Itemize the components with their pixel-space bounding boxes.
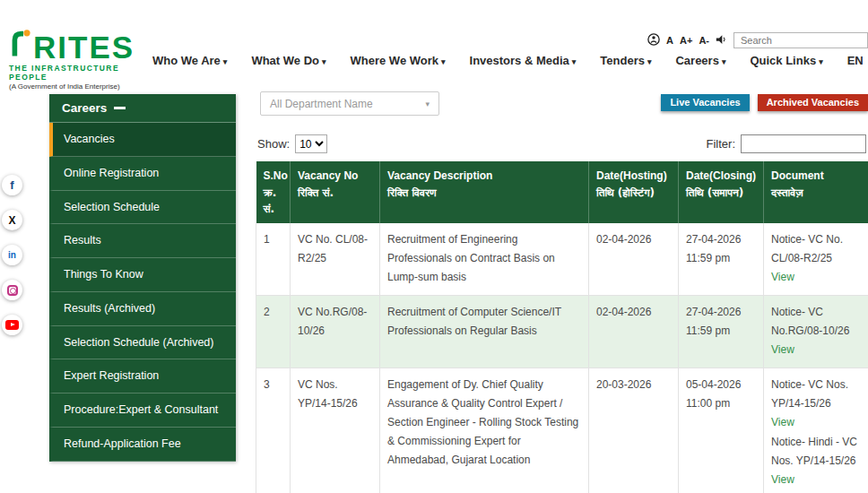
view-link[interactable]: View	[771, 341, 862, 359]
column-header: Vacancy No रिक्ति सं.	[291, 161, 380, 223]
sidebar-item-expert-registration[interactable]: Expert Registration	[49, 359, 236, 394]
youtube-icon[interactable]	[2, 315, 22, 335]
chevron-down-icon: ▾	[441, 57, 446, 66]
cell-document: Notice- VC No. CL/08-R2/25 View	[764, 223, 868, 296]
cell-document: Notice- VC No.RG/08-10/26 View	[764, 296, 868, 368]
document-entry: Notice- VC No.RG/08-10/26 View	[771, 303, 862, 359]
view-link[interactable]: View	[771, 268, 862, 287]
cell-vacancy-no: VC Nos. YP/14-15/26	[291, 368, 380, 493]
nav-item-careers[interactable]: Careers ▾	[675, 54, 725, 67]
sidebar-item-results[interactable]: Results	[49, 224, 236, 258]
chevron-down-icon: ▾	[322, 57, 326, 66]
table-controls: Show: 10 Filter:	[257, 134, 866, 153]
chevron-down-icon: ▾	[425, 99, 430, 108]
table-row: 1 VC No. CL/08-R2/25 Recruitment of Engi…	[256, 223, 868, 296]
sidebar-item-refund-application-fee[interactable]: Refund-Application Fee	[49, 428, 236, 462]
vacancy-toggle-buttons: Live Vacancies Archived Vacancies	[661, 94, 868, 111]
main-nav: Who We Are ▾ What We Do ▾ Where We Work …	[152, 54, 864, 67]
linkedin-icon[interactable]: in	[2, 245, 22, 265]
cell-sno: 2	[256, 296, 291, 368]
nav-item-investors-media[interactable]: Investors & Media ▾	[470, 54, 577, 67]
main-content: All Department Name ▾ Live Vacancies Arc…	[256, 90, 868, 493]
sidebar-item-selection-schedule-archived[interactable]: Selection Schedule (Archived)	[49, 326, 236, 360]
facebook-icon[interactable]: f	[2, 175, 22, 195]
show-entries-group: Show: 10	[257, 134, 327, 153]
notice-text: Notice- Hindi - VC Nos. YP/14-15/26	[771, 433, 862, 471]
top-controls: A A+ A-	[647, 32, 868, 48]
x-twitter-icon[interactable]: X	[2, 210, 22, 230]
sidebar-item-online-registration[interactable]: Online Registration	[49, 157, 236, 191]
notice-text: Notice- VC No.RG/08-10/26	[771, 303, 862, 341]
audio-icon[interactable]	[716, 34, 727, 47]
font-decrease-button[interactable]: A-	[699, 35, 709, 46]
chevron-down-icon: ▾	[819, 57, 823, 66]
cell-description: Recruitment of Computer Science/IT Profe…	[380, 296, 589, 368]
social-rail: f X in	[2, 175, 22, 335]
column-header: Date(Hosting) तिथि (होस्टिंग)	[589, 161, 679, 223]
archived-vacancies-button[interactable]: Archived Vacancies	[758, 94, 868, 111]
careers-sidebar: Careers Vacancies Online Registration Se…	[49, 94, 236, 462]
instagram-icon[interactable]	[2, 280, 22, 300]
chevron-down-icon: ▾	[647, 57, 652, 66]
table-row: 2 VC No.RG/08-10/26 Recruitment of Compu…	[256, 296, 868, 368]
notice-text: Notice- VC Nos. YP/14-15/26	[771, 376, 862, 413]
cell-date-closing: 27-04-2026 11:59 pm	[679, 296, 764, 368]
cell-date-hosting: 20-03-2026	[589, 368, 679, 493]
sidebar-menu: Vacancies Online Registration Selection …	[49, 123, 236, 462]
logo-subtitle: (A Government of India Enterprise)	[9, 82, 152, 91]
table-body: 1 VC No. CL/08-R2/25 Recruitment of Engi…	[256, 223, 868, 493]
table-row: 3 VC Nos. YP/14-15/26 Engagement of Dy. …	[256, 368, 868, 493]
sidebar-item-procedure-expert-consultant[interactable]: Procedure:Expert & Consultant	[49, 394, 236, 428]
nav-item-where-we-work[interactable]: Where We Work ▾	[351, 54, 446, 67]
cell-description: Recruitment of Engineering Professionals…	[380, 223, 589, 296]
sidebar-title[interactable]: Careers	[49, 94, 236, 123]
sidebar-item-things-to-know[interactable]: Things To Know	[49, 258, 236, 292]
search-input[interactable]	[733, 32, 868, 48]
font-increase-button[interactable]: A+	[680, 35, 692, 46]
chevron-down-icon: ▾	[572, 57, 577, 66]
cell-vacancy-no: VC No. CL/08-R2/25	[291, 223, 380, 296]
live-vacancies-button[interactable]: Live Vacancies	[661, 94, 749, 111]
notice-text: Notice- VC No. CL/08-R2/25	[771, 230, 862, 268]
cell-date-closing: 05-04-2026 11:00 pm	[679, 368, 764, 493]
view-link[interactable]: View	[771, 471, 862, 489]
site-header: RITES THE INFRASTRUCTURE PEOPLE (A Gover…	[0, 25, 868, 91]
show-entries-select[interactable]: 10	[295, 134, 327, 153]
chevron-down-icon: ▾	[223, 57, 228, 66]
vacancies-table: S.No क्र. सं. Vacancy No रिक्ति सं. Vaca…	[256, 161, 868, 493]
rites-logo: RITES THE INFRASTRUCTURE PEOPLE (A Gover…	[9, 29, 152, 91]
chevron-down-icon: ▾	[722, 57, 726, 66]
cell-vacancy-no: VC No.RG/08-10/26	[291, 296, 380, 368]
nav-item-who-we-are[interactable]: Who We Are ▾	[152, 54, 227, 67]
nav-item-quick-links[interactable]: Quick Links ▾	[750, 54, 822, 67]
logo-tagline: THE INFRASTRUCTURE PEOPLE	[9, 64, 152, 82]
rites-logo-mark-icon	[9, 29, 30, 61]
font-normal-button[interactable]: A	[666, 35, 673, 46]
screen-reader-icon[interactable]	[647, 33, 660, 48]
cell-description: Engagement of Dy. Chief Quality Assuranc…	[380, 368, 589, 493]
cell-sno: 1	[256, 223, 291, 296]
sidebar-item-results-archived[interactable]: Results (Archived)	[49, 292, 236, 326]
nav-item-tenders[interactable]: Tenders ▾	[600, 54, 651, 67]
nav-item-en[interactable]: EN	[847, 54, 864, 67]
cell-date-closing: 27-04-2026 11:59 pm	[679, 223, 764, 296]
cell-date-hosting: 02-04-2026	[589, 223, 679, 296]
sidebar-item-selection-schedule[interactable]: Selection Schedule	[49, 191, 236, 225]
sidebar-item-vacancies[interactable]: Vacancies	[49, 123, 236, 157]
filter-label: Filter:	[707, 137, 736, 151]
column-header: Document दस्तावेज़	[764, 161, 868, 223]
page: RITES THE INFRASTRUCTURE PEOPLE (A Gover…	[0, 0, 868, 493]
column-header: S.No क्र. सं.	[256, 161, 291, 223]
column-header: Date(Closing) तिथि (समापन)	[679, 161, 764, 223]
logo-title: RITES	[33, 34, 135, 61]
filter-input[interactable]	[741, 134, 866, 153]
document-entry: Notice- Hindi - VC Nos. YP/14-15/26 View	[771, 433, 862, 489]
view-link[interactable]: View	[771, 413, 862, 432]
department-select[interactable]: All Department Name ▾	[260, 91, 439, 116]
table-header-row: S.No क्र. सं. Vacancy No रिक्ति सं. Vaca…	[256, 161, 868, 223]
document-entry: Notice- VC Nos. YP/14-15/26 View	[771, 376, 862, 432]
nav-item-what-we-do[interactable]: What We Do ▾	[251, 54, 326, 67]
filter-group: Filter:	[707, 134, 867, 153]
cell-date-hosting: 02-04-2026	[589, 296, 679, 368]
column-header: Vacancy Description रिक्ति विवरण	[380, 161, 589, 223]
